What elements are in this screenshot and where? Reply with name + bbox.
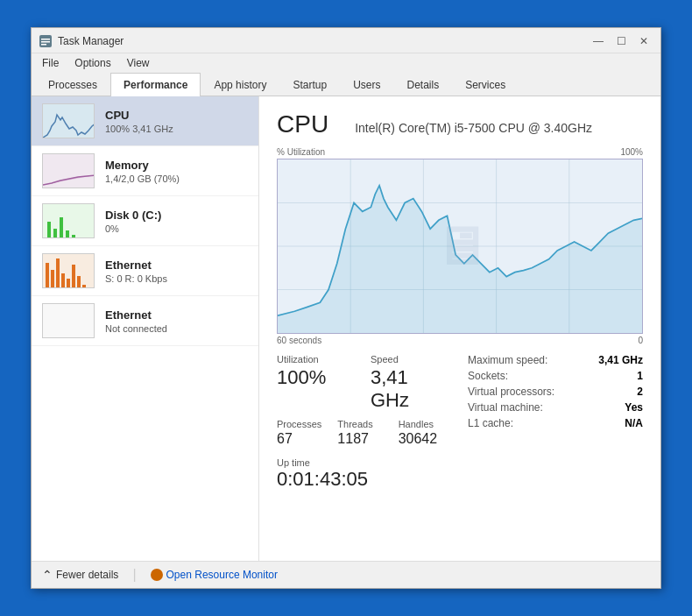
processes-value: 67	[277, 431, 328, 447]
open-resource-monitor-link[interactable]: Open Resource Monitor	[151, 569, 278, 581]
sidebar-item-cpu[interactable]: CPU 100% 3,41 GHz	[32, 96, 258, 146]
disk-mini-chart	[43, 204, 95, 238]
minimize-button[interactable]: —	[589, 33, 608, 49]
utilization-value: 100%	[277, 366, 357, 389]
tab-users[interactable]: Users	[340, 73, 393, 96]
uptime-section: Up time 0:01:43:05	[277, 457, 450, 491]
app-icon	[39, 34, 53, 48]
svg-rect-19	[61, 273, 65, 287]
tab-details[interactable]: Details	[393, 73, 452, 96]
cpu-header: CPU Intel(R) Core(TM) i5-7500 CPU @ 3.40…	[277, 110, 643, 138]
svg-rect-7	[47, 222, 51, 237]
menu-bar: File Options View	[32, 53, 660, 73]
menu-options[interactable]: Options	[67, 55, 117, 71]
svg-rect-24	[88, 287, 91, 288]
handles-block: Handles 30642	[399, 419, 450, 447]
speed-block: Speed 3,41 GHz	[371, 354, 450, 412]
fewer-details-label: Fewer details	[56, 569, 118, 581]
title-bar-left: Task Manager	[39, 34, 124, 48]
memory-sidebar-sub: 1,4/2,0 GB (70%)	[105, 173, 248, 184]
ethernet1-sidebar-sub: S: 0 R: 0 Kbps	[105, 273, 248, 284]
disk-thumb	[42, 203, 95, 238]
tab-app-history[interactable]: App history	[201, 73, 279, 96]
cpu-main-title: CPU	[277, 110, 328, 138]
svg-rect-1	[41, 39, 50, 40]
tab-processes[interactable]: Processes	[35, 73, 110, 96]
svg-rect-17	[51, 270, 54, 287]
memory-thumb	[42, 153, 95, 188]
disk-info: Disk 0 (C:) 0%	[105, 209, 248, 234]
svg-marker-33	[278, 186, 642, 333]
max-speed-row: Maximum speed: 3,41 GHz	[468, 354, 643, 366]
max-speed-val: 3,41 GHz	[598, 354, 643, 366]
cpu-thumb	[42, 103, 95, 138]
menu-view[interactable]: View	[120, 55, 157, 71]
l1-val: N/A	[625, 417, 643, 429]
sockets-val: 1	[637, 370, 643, 382]
sidebar-item-disk[interactable]: Disk 0 (C:) 0%	[32, 196, 258, 246]
memory-info: Memory 1,4/2,0 GB (70%)	[105, 159, 248, 184]
footer: ⌃ Fewer details | Open Resource Monitor	[32, 561, 660, 588]
threads-label: Threads	[337, 419, 389, 429]
svg-rect-20	[67, 279, 70, 287]
handles-value: 30642	[399, 431, 450, 447]
handles-label: Handles	[399, 419, 450, 429]
svg-rect-3	[41, 44, 46, 46]
window-title: Task Manager	[58, 35, 124, 47]
tab-services[interactable]: Services	[452, 73, 519, 96]
graph-y-max: 100%	[620, 147, 643, 157]
sidebar-item-ethernet1[interactable]: Ethernet S: 0 R: 0 Kbps	[32, 246, 258, 296]
cpu-model: Intel(R) Core(TM) i5-7500 CPU @ 3.40GHz	[355, 121, 592, 135]
l1-label: L1 cache:	[468, 417, 513, 429]
ethernet1-sidebar-title: Ethernet	[105, 258, 248, 272]
cpu-graph: 🖥	[277, 159, 643, 334]
vm-label: Virtual machine:	[468, 401, 543, 414]
memory-mini-chart	[43, 154, 95, 188]
menu-file[interactable]: File	[35, 55, 66, 71]
svg-rect-10	[66, 230, 69, 237]
threads-value: 1187	[337, 431, 389, 447]
cpu-info: CPU 100% 3,41 GHz	[105, 109, 248, 134]
utilization-label: Utilization	[277, 354, 357, 365]
time-end: 0	[638, 336, 643, 345]
uptime-value: 0:01:43:05	[277, 468, 450, 491]
stats-grid: Utilization 100% Speed 3,41 GHz	[277, 354, 450, 412]
svg-rect-23	[82, 285, 86, 287]
svg-rect-4	[43, 104, 95, 138]
ethernet2-mini-chart	[43, 304, 95, 338]
left-panel: CPU 100% 3,41 GHz Memory 1,4/2,0 GB (70%…	[32, 96, 259, 561]
task-manager-window: Task Manager — ☐ ✕ File Options View Pro…	[31, 27, 661, 589]
vproc-val: 2	[637, 386, 643, 398]
max-speed-label: Maximum speed:	[468, 354, 547, 366]
close-button[interactable]: ✕	[634, 33, 653, 49]
uptime-label: Up time	[277, 457, 450, 468]
left-stats: Utilization 100% Speed 3,41 GHz Processe…	[277, 354, 450, 491]
ethernet2-sidebar-title: Ethernet	[105, 308, 248, 322]
ethernet1-thumb	[42, 253, 95, 288]
tab-startup[interactable]: Startup	[279, 73, 340, 96]
graph-y-label: % Utilization	[277, 147, 325, 157]
tab-bar: Processes Performance App history Startu…	[32, 73, 660, 96]
svg-rect-13	[84, 237, 88, 238]
fewer-details-button[interactable]: ⌃ Fewer details	[42, 568, 118, 582]
graph-labels: % Utilization 100%	[277, 147, 643, 157]
ethernet1-info: Ethernet S: 0 R: 0 Kbps	[105, 258, 248, 284]
title-bar: Task Manager — ☐ ✕	[32, 28, 660, 53]
svg-rect-16	[46, 263, 49, 287]
sockets-label: Sockets:	[468, 370, 508, 382]
cpu-sidebar-title: CPU	[105, 109, 248, 122]
cpu-sidebar-sub: 100% 3,41 GHz	[105, 124, 248, 134]
time-start: 60 seconds	[277, 336, 321, 345]
ethernet1-mini-chart	[43, 254, 95, 288]
chevron-up-icon: ⌃	[42, 568, 53, 582]
sidebar-item-ethernet2[interactable]: Ethernet Not connected	[32, 296, 258, 346]
sidebar-item-memory[interactable]: Memory 1,4/2,0 GB (70%)	[32, 146, 258, 196]
tab-performance[interactable]: Performance	[110, 73, 201, 96]
vproc-row: Virtual processors: 2	[468, 386, 643, 398]
maximize-button[interactable]: ☐	[611, 33, 631, 49]
svg-rect-18	[56, 258, 60, 287]
ethernet2-info: Ethernet Not connected	[105, 308, 248, 334]
vm-row: Virtual machine: Yes	[468, 401, 643, 414]
title-bar-controls: — ☐ ✕	[589, 33, 653, 49]
l1-row: L1 cache: N/A	[468, 417, 643, 429]
